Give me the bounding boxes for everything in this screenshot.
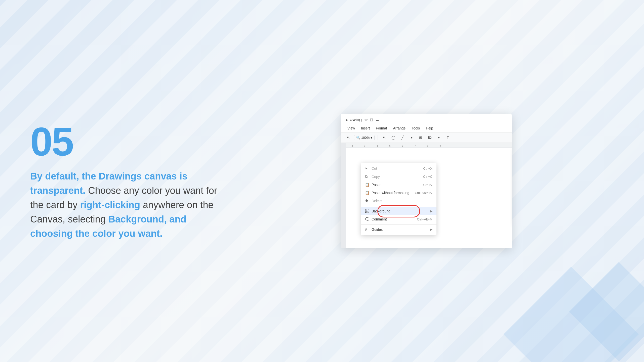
ruler-mark: 2: [346, 145, 358, 147]
toolbar: ↖ 🔍 100% ▾ ↖ ◯ ╱ ▾ ⊞ 🖼 ▾ T: [341, 132, 512, 143]
app-title: drawing: [346, 117, 362, 122]
menu-format[interactable]: Format: [373, 125, 389, 131]
copy-shortcut: Ctrl+C: [423, 175, 432, 178]
cut-icon: ✂: [365, 166, 369, 170]
ruler-mark: 5: [384, 145, 396, 147]
menu-arrange[interactable]: Arrange: [390, 125, 408, 131]
paste-icon: 📋: [365, 183, 369, 187]
context-paste-left: 📋 Paste: [365, 183, 381, 187]
menu-view[interactable]: View: [345, 125, 357, 131]
canvas-content[interactable]: ✂ Cut Ctrl+X ⧉ Copy Ctrl+C: [346, 148, 512, 248]
context-guides-left: # Guides: [365, 228, 383, 232]
line-icon[interactable]: ╱: [399, 134, 406, 141]
context-copy[interactable]: ⧉ Copy Ctrl+C: [361, 172, 436, 181]
copy-icon: ⧉: [365, 174, 369, 179]
guides-label: Guides: [372, 228, 383, 232]
guides-icon: #: [365, 228, 369, 232]
context-delete-left: 🗑 Delete: [365, 199, 382, 203]
context-paste[interactable]: 📋 Paste Ctrl+V: [361, 181, 436, 189]
menu-bar: View Insert Format Arrange Tools Help: [341, 124, 512, 132]
ruler-mark: 7: [409, 145, 421, 147]
canvas-area[interactable]: 2 3 4 5 6 7 8 9 ✂ Cut: [341, 143, 512, 248]
context-comment[interactable]: 💬 Comment Ctrl+Alt+M: [361, 215, 436, 223]
shapes-icon[interactable]: ◯: [390, 134, 397, 141]
context-delete[interactable]: 🗑 Delete: [361, 197, 436, 205]
divider2: [361, 224, 436, 224]
crop-icon[interactable]: ⊞: [417, 134, 424, 141]
paste-format-icon: 📋: [365, 191, 369, 195]
folder-icon[interactable]: ⊡: [370, 117, 373, 122]
comment-icon: 💬: [365, 217, 369, 221]
zoom-icon: 🔍: [356, 136, 360, 140]
menu-help[interactable]: Help: [423, 125, 436, 131]
star-icon[interactable]: ☆: [364, 117, 368, 122]
right-content: drawing ☆ ⊡ ☁ View Insert Format Arrange…: [239, 114, 614, 248]
guides-arrow: ▶: [430, 228, 432, 231]
ruler: 2 3 4 5 6 7 8 9: [346, 143, 512, 148]
paste-format-label: Paste without formatting: [372, 191, 409, 195]
title-bar: drawing ☆ ⊡ ☁: [341, 114, 512, 124]
title-icons: ☆ ⊡ ☁: [364, 117, 379, 122]
description-highlight2: right-clicking: [80, 200, 140, 210]
menu-tools[interactable]: Tools: [409, 125, 422, 131]
context-comment-left: 💬 Comment: [365, 217, 387, 221]
context-background[interactable]: 🖼 Background ▶: [361, 207, 436, 215]
background-arrow: ▶: [430, 209, 432, 213]
ruler-mark: 8: [421, 145, 434, 147]
zoom-arrow: ▾: [371, 136, 372, 140]
copy-label: Copy: [372, 175, 380, 179]
paste-label: Paste: [372, 183, 381, 187]
zoom-value: 100%: [361, 136, 370, 140]
ruler-mark: 6: [396, 145, 409, 147]
cut-shortcut: Ctrl+X: [423, 167, 432, 170]
left-content: 05 By default, the Drawings canvas is tr…: [30, 121, 219, 241]
cut-label: Cut: [372, 166, 377, 170]
context-copy-left: ⧉ Copy: [365, 174, 380, 179]
cloud-icon[interactable]: ☁: [375, 117, 379, 122]
context-paste-format-left: 📋 Paste without formatting: [365, 191, 409, 195]
context-cut-left: ✂ Cut: [365, 166, 377, 170]
divider1: [361, 206, 436, 206]
toolbar-pointer-icon[interactable]: ↖: [345, 134, 352, 141]
delete-icon: 🗑: [365, 199, 369, 203]
drawings-app: drawing ☆ ⊡ ☁ View Insert Format Arrange…: [341, 114, 512, 248]
separator1: [378, 135, 378, 140]
zoom-control[interactable]: 🔍 100% ▾: [354, 135, 375, 140]
delete-label: Delete: [372, 199, 382, 203]
context-guides[interactable]: # Guides ▶: [361, 225, 436, 234]
context-menu: ✂ Cut Ctrl+X ⧉ Copy Ctrl+C: [361, 163, 436, 235]
content-wrapper: 05 By default, the Drawings canvas is tr…: [0, 0, 644, 362]
comment-label: Comment: [372, 217, 387, 221]
ruler-mark: 4: [371, 145, 384, 147]
background-icon: 🖼: [365, 209, 369, 213]
paste-shortcut: Ctrl+V: [423, 183, 432, 187]
context-paste-format[interactable]: 📋 Paste without formatting Ctrl+Shift+V: [361, 189, 436, 197]
line-arrow[interactable]: ▾: [408, 134, 415, 141]
step-number: 05: [30, 121, 219, 162]
background-label: Background: [372, 209, 390, 213]
context-background-left: 🖼 Background: [365, 209, 390, 213]
image-icon[interactable]: 🖼: [426, 134, 433, 141]
comment-shortcut: Ctrl+Alt+M: [417, 217, 432, 221]
ruler-mark: 9: [434, 145, 447, 147]
menu-insert[interactable]: Insert: [358, 125, 372, 131]
paste-format-shortcut: Ctrl+Shift+V: [415, 191, 432, 195]
select-icon[interactable]: ↖: [381, 134, 388, 141]
image-arrow[interactable]: ▾: [435, 134, 442, 141]
description: By default, the Drawings canvas is trans…: [30, 169, 219, 241]
ruler-mark: 3: [358, 145, 371, 147]
context-cut[interactable]: ✂ Cut Ctrl+X: [361, 164, 436, 172]
text-icon[interactable]: T: [444, 134, 451, 141]
